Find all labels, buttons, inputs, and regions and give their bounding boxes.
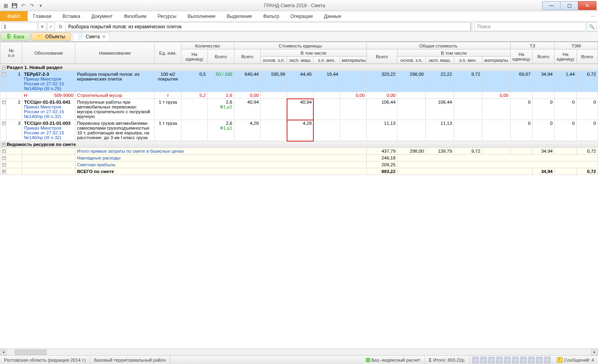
- cell-unit[interactable]: 100 м2 покрытия: [155, 71, 181, 92]
- tab-operations[interactable]: Операции: [285, 11, 318, 21]
- cell[interactable]: [340, 71, 366, 92]
- cell-unit[interactable]: 1 т груза: [155, 99, 181, 120]
- cell-reference-input[interactable]: 1: [2, 22, 37, 31]
- cell-unit[interactable]: 1 т груза: [155, 120, 181, 141]
- cell-basis[interactable]: ТССЦпг-01-01-01-041Приказ Минстроя Росси…: [22, 99, 75, 120]
- cell[interactable]: 0: [555, 99, 576, 120]
- cell[interactable]: 298,00: [397, 71, 426, 92]
- ribbon-options-icon[interactable]: ⋯: [588, 11, 598, 21]
- cell[interactable]: 0: [510, 99, 532, 120]
- cell[interactable]: 0,5: [181, 71, 207, 92]
- undo-icon[interactable]: ↶: [20, 2, 26, 9]
- hdr-zpmex2[interactable]: з.п. мех.: [454, 57, 482, 64]
- cell[interactable]: 0,00: [234, 92, 260, 99]
- expand-icon[interactable]: +: [2, 100, 6, 104]
- nav-objects-button[interactable]: 📁 Объекты: [31, 32, 71, 41]
- cell[interactable]: 44,45: [287, 71, 313, 92]
- hdr-qty-unit[interactable]: На единицу: [181, 49, 207, 64]
- cell[interactable]: 40,94: [234, 99, 260, 120]
- cell[interactable]: [482, 71, 510, 92]
- view-icon[interactable]: [472, 357, 479, 363]
- cell[interactable]: 595,99: [261, 71, 287, 92]
- expand-icon[interactable]: +: [2, 150, 6, 153]
- cell[interactable]: 0: [576, 120, 598, 141]
- table-row[interactable]: + 2 ТССЦпг-01-01-01-041Приказ Минстроя Р…: [0, 99, 598, 120]
- hdr-ekspm[interactable]: эксп. маш.: [287, 57, 313, 64]
- cell-name[interactable]: Перевозка грузов автомобилями-самосвалам…: [75, 120, 155, 141]
- file-tab[interactable]: Файл: [0, 11, 28, 21]
- cell[interactable]: [181, 99, 207, 120]
- hdr-name[interactable]: Наименование: [75, 42, 155, 64]
- hdr-cost-t[interactable]: Всего: [234, 49, 260, 64]
- hdr-qty-total[interactable]: Всего: [208, 49, 234, 64]
- search-input[interactable]: Поиск: [474, 22, 586, 31]
- cell[interactable]: 69,87: [510, 71, 532, 92]
- status-total[interactable]: ΣИтого: 893,22р.: [425, 356, 470, 364]
- hdr-cost-unit[interactable]: Стоимость единицы: [234, 42, 366, 49]
- cell-highlighted[interactable]: 4,28: [287, 120, 313, 141]
- cancel-formula-icon[interactable]: ✕: [38, 22, 46, 31]
- horizontal-scrollbar[interactable]: ◄ ►: [0, 348, 598, 355]
- cell[interactable]: 0,00: [482, 92, 510, 99]
- hdr-unit[interactable]: Ед. изм.: [155, 42, 181, 64]
- cell[interactable]: 106,44: [366, 99, 397, 120]
- scroll-right-icon[interactable]: ►: [591, 349, 598, 355]
- hdr-tz[interactable]: ТЗ: [510, 42, 555, 49]
- hdr-osn2[interactable]: основ. з.п.: [397, 57, 426, 64]
- hdr-ekspm2[interactable]: эксп. маш.: [426, 57, 454, 64]
- cell[interactable]: 4,28: [234, 120, 260, 141]
- formula-input[interactable]: Разборка покрытий полов: из керамических…: [65, 22, 470, 31]
- view-icon[interactable]: [512, 357, 519, 363]
- cell[interactable]: 0: [532, 99, 554, 120]
- maximize-button[interactable]: ▢: [560, 1, 578, 10]
- hdr-tot-t[interactable]: Всего: [366, 49, 397, 64]
- cell[interactable]: 320,22: [366, 71, 397, 92]
- view-icon[interactable]: [528, 357, 535, 363]
- hdr-tz-t[interactable]: Всего: [532, 49, 554, 64]
- tab-close-icon[interactable]: ✕: [102, 34, 106, 39]
- scroll-thumb[interactable]: [15, 350, 47, 355]
- table-row[interactable]: Н 509-9900 Строительный мусор т 5,2 2,6 …: [0, 92, 598, 99]
- cell[interactable]: 34,94: [532, 71, 554, 92]
- expand-icon[interactable]: +: [2, 156, 6, 160]
- expand-icon[interactable]: +: [2, 163, 6, 167]
- tab-main[interactable]: Главная: [28, 11, 57, 21]
- view-icon[interactable]: [520, 357, 527, 363]
- cell[interactable]: 0,00: [366, 92, 397, 99]
- view-icon[interactable]: [536, 357, 543, 363]
- cell[interactable]: 0,00: [340, 92, 366, 99]
- status-messages[interactable]: ! Сообщений: 4: [553, 356, 598, 364]
- cell-basis[interactable]: ТЕРр57-2-3Приказ Минстроя России от 27.0…: [22, 71, 75, 92]
- cell-basis[interactable]: ТССЦпг-03-21-01-003Приказ Минстроя Росси…: [22, 120, 75, 141]
- tab-execution[interactable]: Выполнение: [182, 11, 221, 21]
- cell-unit[interactable]: т: [155, 92, 181, 99]
- expand-icon[interactable]: +: [2, 143, 6, 146]
- status-region[interactable]: Ростовская область (редакция 2014 г.): [0, 356, 90, 364]
- cell[interactable]: 0,72: [576, 71, 598, 92]
- expand-icon[interactable]: +: [2, 73, 6, 76]
- cell-num[interactable]: 3: [6, 120, 22, 141]
- cell[interactable]: 0: [510, 120, 532, 141]
- cell[interactable]: 0: [576, 99, 598, 120]
- table-row[interactable]: + 3 ТССЦпг-03-21-01-003Приказ Минстроя Р…: [0, 120, 598, 141]
- view-icon[interactable]: [496, 357, 503, 363]
- cell-name[interactable]: Погрузочные работы при автомобильных пер…: [75, 99, 155, 120]
- status-mode[interactable]: Баз.-индексный расчет: [362, 356, 425, 364]
- expand-icon[interactable]: +: [2, 170, 6, 173]
- cell[interactable]: 640,44: [234, 71, 260, 92]
- cell[interactable]: 106,44: [425, 99, 454, 120]
- tab-insert[interactable]: Вставка: [57, 11, 86, 21]
- hdr-qty[interactable]: Количество: [181, 42, 234, 49]
- scroll-left-icon[interactable]: ◄: [0, 349, 7, 355]
- hdr-basis[interactable]: Обоснование: [22, 42, 75, 64]
- tab-resources[interactable]: Ресурсы: [152, 11, 182, 21]
- cell-num[interactable]: 2: [6, 99, 22, 120]
- cell-name[interactable]: Разборка покрытий полов: из керамических…: [75, 71, 155, 92]
- cell[interactable]: 1,44: [555, 71, 576, 92]
- cell[interactable]: 50 / 100: [208, 71, 234, 92]
- tab-filter[interactable]: Фильтр: [258, 11, 285, 21]
- cell[interactable]: 2,6Ф1.р1: [208, 120, 234, 141]
- view-icon[interactable]: [544, 357, 551, 363]
- expand-icon[interactable]: +: [2, 122, 6, 125]
- summary-row[interactable]: + Итого прямые затраты по смете в базисн…: [0, 148, 598, 155]
